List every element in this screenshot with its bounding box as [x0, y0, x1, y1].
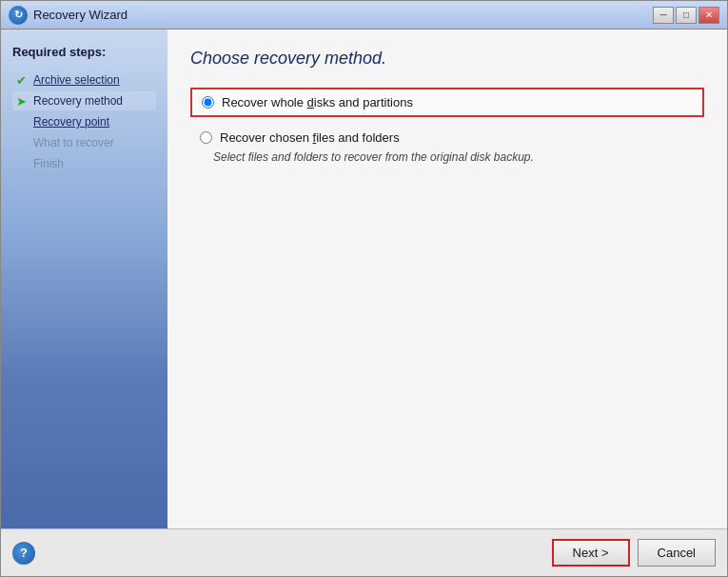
option-whole-disk-radio[interactable]	[202, 96, 214, 109]
sidebar-heading: Required steps:	[12, 45, 156, 59]
window-controls: ─ □ ✕	[653, 7, 719, 24]
bottom-left: ?	[12, 542, 35, 565]
title-bar: ↻ Recovery Wizard ─ □ ✕	[1, 1, 727, 30]
bottom-right: Next > Cancel	[552, 539, 716, 567]
checkmark-icon: ✔	[16, 73, 30, 87]
sidebar-item-archive-selection[interactable]: ✔ Archive selection	[12, 70, 156, 90]
option-chosen-files-label[interactable]: Recover chosen files and folders	[220, 130, 400, 145]
help-icon[interactable]: ?	[12, 542, 35, 565]
recovery-wizard-window: ↻ Recovery Wizard ─ □ ✕ Required steps: …	[0, 0, 728, 577]
option-whole-disk-label[interactable]: Recover whole disks and partitions	[222, 95, 413, 109]
maximize-button[interactable]: □	[676, 7, 697, 24]
sidebar: Required steps: ✔ Archive selection ➤ Re…	[1, 30, 167, 528]
app-icon: ↻	[9, 6, 28, 25]
bottom-bar: ? Next > Cancel	[1, 528, 727, 576]
option-chosen-files-radio[interactable]	[200, 131, 212, 144]
right-panel: Choose recovery method. Recover whole di…	[167, 30, 727, 528]
option-whole-disk-box: Recover whole disks and partitions	[190, 88, 704, 117]
recovery-method-label: Recovery method	[33, 94, 123, 108]
sidebar-item-recovery-method: ➤ Recovery method	[12, 91, 156, 110]
option-chosen-files-container: Recover chosen files and folders Select …	[190, 127, 704, 164]
what-to-recover-label: What to recover	[33, 136, 114, 149]
option-whole-disk-container: Recover whole disks and partitions	[190, 88, 704, 117]
main-content: Required steps: ✔ Archive selection ➤ Re…	[1, 30, 727, 528]
cancel-button[interactable]: Cancel	[638, 539, 716, 567]
sidebar-item-finish: Finish	[12, 154, 156, 173]
option-chosen-files-desc: Select files and folders to recover from…	[213, 150, 704, 164]
close-button[interactable]: ✕	[698, 7, 719, 24]
panel-title: Choose recovery method.	[190, 49, 704, 69]
archive-selection-link[interactable]: Archive selection	[33, 73, 120, 87]
minimize-button[interactable]: ─	[653, 7, 674, 24]
window-title: Recovery Wizard	[33, 8, 653, 22]
finish-label: Finish	[33, 157, 64, 170]
arrow-icon: ➤	[16, 94, 30, 108]
sidebar-item-what-to-recover: What to recover	[12, 133, 156, 152]
next-button[interactable]: Next >	[552, 539, 630, 567]
sidebar-item-recovery-point[interactable]: Recovery point	[12, 112, 156, 131]
recovery-point-link[interactable]: Recovery point	[33, 115, 109, 129]
options-area: Recover whole disks and partitions Recov…	[190, 88, 704, 164]
